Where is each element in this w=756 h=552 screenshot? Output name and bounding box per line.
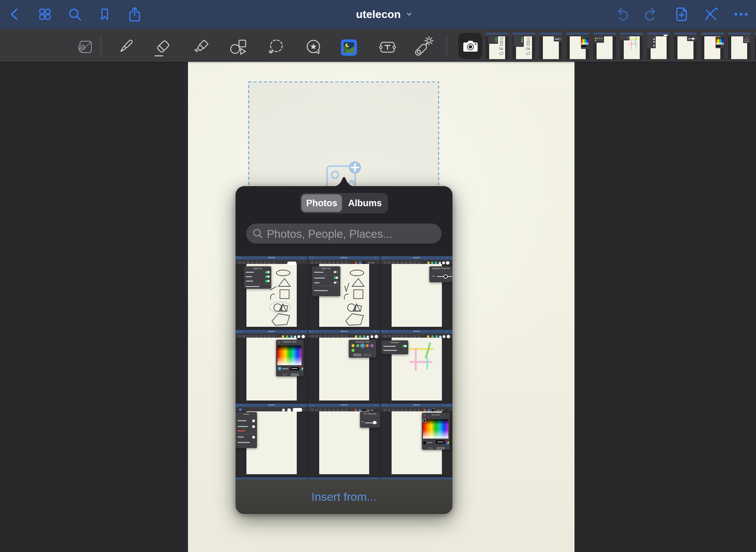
svg-text:a: a — [81, 41, 86, 52]
